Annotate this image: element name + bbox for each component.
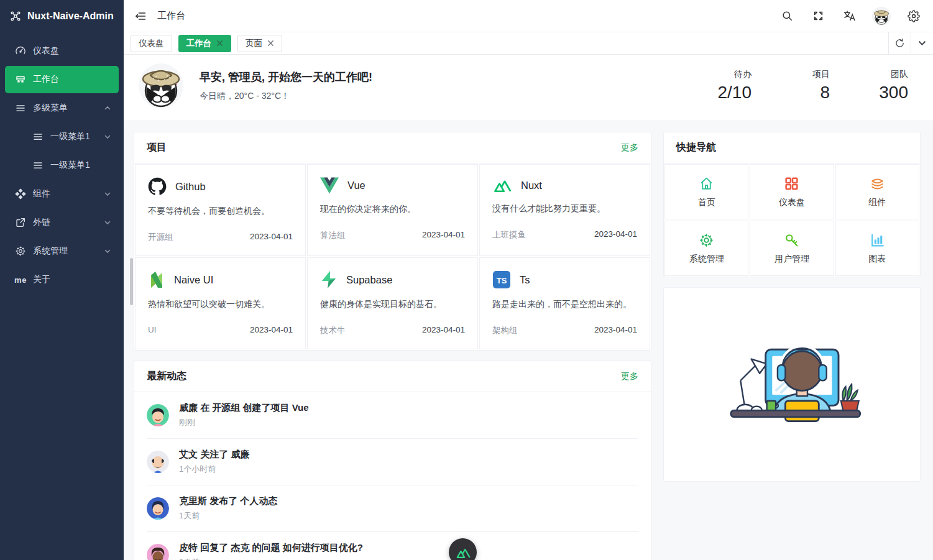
quicknav-components[interactable]: 组件 [835,164,919,219]
projects-more-link[interactable]: 更多 [621,142,638,154]
project-name: Github [175,181,206,193]
app-logo[interactable]: Nuxt-Naive-Admin [0,0,124,32]
quicknav-label: 图表 [868,254,886,265]
tab-dashboard[interactable]: 仪表盘 [131,35,172,52]
sidebar-item-workbench[interactable]: 工作台 [5,66,119,93]
project-card-ts[interactable]: TS Ts 路是走出来的，而不是空想出来的。 架构组 2023-04-01 [479,257,650,349]
menu-fold-icon[interactable] [132,8,149,24]
external-link-icon [15,217,26,228]
illustration-card [663,287,921,482]
project-date: 2023-04-01 [594,229,637,241]
chevron-down-icon [104,247,111,255]
project-card-nuxt[interactable]: Nuxt 没有什么才能比努力更重要。 上班摸鱼 2023-04-01 [479,164,650,256]
activities-card: 最新动态 更多 [134,360,651,560]
user-avatar[interactable] [872,7,891,25]
github-icon [148,177,167,196]
fullscreen-icon[interactable] [810,8,826,24]
sidebar-item-label: 外链 [33,217,97,228]
project-card-github[interactable]: Github 不要等待机会，而要创造机会。 开源组 2023-04-01 [135,164,306,256]
sidebar-item-submenu-1[interactable]: 一级菜单1 [5,123,119,150]
sidebar-item-system[interactable]: 系统管理 [5,237,119,265]
activities-more-link[interactable]: 更多 [621,371,638,382]
activity-text: 艾文 关注了 威廉 [179,449,249,461]
project-name: Ts [520,274,530,286]
refresh-icon[interactable] [888,32,911,55]
avatar [147,404,169,426]
project-date: 2023-04-01 [422,230,465,241]
vue-icon [320,177,339,194]
card-title: 项目 [147,141,167,154]
bar-chart-icon [870,232,885,248]
right-column: 快捷导航 首页 [663,132,921,560]
sidebar-item-label: 一级菜单1 [50,160,111,171]
project-group: 技术牛 [320,325,346,336]
quicknav-label: 系统管理 [689,254,724,265]
app-logo-icon [10,11,21,22]
project-card-naive-ui[interactable]: Naive UI 热情和欲望可以突破一切难关。 UI 2023-04-01 [135,257,306,349]
dashboard-icon [15,45,26,57]
project-date: 2023-04-01 [594,325,637,336]
quicknav-dashboard[interactable]: 仪表盘 [750,164,834,219]
close-icon[interactable] [267,40,274,47]
close-icon[interactable] [216,40,223,47]
activity-item: 威廉 在 开源组 创建了项目 Vue 刚刚 [147,392,638,438]
quicknav-system[interactable]: 系统管理 [664,221,748,276]
quicknav-label: 仪表盘 [779,197,805,208]
content-area: 早安, 管理员, 开始您一天的工作吧! 今日晴，20°C - 32°C！ 待办 … [124,55,933,560]
quicknav-charts[interactable]: 图表 [835,221,919,276]
activity-item: 艾文 关注了 威廉 1个小时前 [147,438,638,485]
project-quote: 路是走出来的，而不是空想出来的。 [492,299,637,310]
project-group: 算法组 [320,230,346,241]
tab-bar: 仪表盘 工作台 页面 [124,32,933,55]
stat-team: 团队 300 [865,69,908,103]
supabase-icon [320,270,338,289]
search-icon[interactable] [779,8,795,24]
sidebar-item-submenu-2[interactable]: 一级菜单1 [5,152,119,179]
tab-label: 页面 [246,38,262,49]
card-title: 最新动态 [147,370,186,383]
quicknav-home[interactable]: 首页 [664,164,748,219]
project-card-supabase[interactable]: Supabase 健康的身体是实现目标的基石。 技术牛 2023-04-01 [307,257,478,349]
quicknav-label: 组件 [868,197,886,208]
project-quote: 不要等待机会，而要创造机会。 [148,206,293,217]
activity-text: 克里斯 发布了 个人动态 [179,495,277,507]
workspace-illustration [714,326,870,444]
avatar [147,544,169,560]
project-name: Naive UI [174,274,213,286]
quicknav-card: 快捷导航 首页 [663,132,921,277]
naive-ui-icon [148,270,165,289]
tab-workbench[interactable]: 工作台 [178,35,232,52]
welcome-weather: 今日晴，20°C - 32°C！ [200,91,372,102]
quicknav-users[interactable]: 用户管理 [750,221,834,276]
activities-list: 威廉 在 开源组 创建了项目 Vue 刚刚 [134,392,651,560]
chevron-down-icon [104,190,111,198]
stat-todo: 待办 2/10 [708,69,751,103]
sidebar-item-multi-menu[interactable]: 多级菜单 [5,94,119,122]
breadcrumb[interactable]: 工作台 [157,10,185,22]
scrollbar-thumb[interactable] [130,258,133,305]
project-group: 架构组 [492,325,518,336]
app-window: Nuxt-Naive-Admin 仪表盘 工作台 [0,0,933,560]
components-icon [15,188,26,200]
sidebar-item-dashboard[interactable]: 仪表盘 [5,37,119,65]
sidebar-item-external-link[interactable]: 外链 [5,209,119,236]
project-card-vue[interactable]: Vue 现在的你决定将来的你。 算法组 2023-04-01 [307,164,478,256]
avatar [147,451,169,473]
tab-page[interactable]: 页面 [237,35,282,52]
settings-gear-icon[interactable] [906,8,922,24]
quicknav-label: 首页 [698,197,715,208]
projects-grid: Github 不要等待机会，而要创造机会。 开源组 2023-04-01 [134,163,651,350]
welcome-stats: 待办 2/10 项目 8 团队 300 [708,69,908,103]
project-quote: 健康的身体是实现目标的基石。 [320,299,465,310]
stat-label: 项目 [786,69,830,80]
translate-icon[interactable] [841,8,857,24]
project-name: Vue [347,180,365,191]
activity-item: 皮特 回复了 杰克 的问题 如何进行项目优化? 3天前 [147,531,638,560]
sidebar-item-about[interactable]: me 关于 [5,266,119,293]
tab-options-chevron-icon[interactable] [911,32,933,55]
activity-time: 1天前 [179,510,277,521]
stat-label: 团队 [865,69,908,80]
project-date: 2023-04-01 [422,325,465,336]
workbench-icon [15,74,26,85]
sidebar-item-components[interactable]: 组件 [5,180,119,208]
